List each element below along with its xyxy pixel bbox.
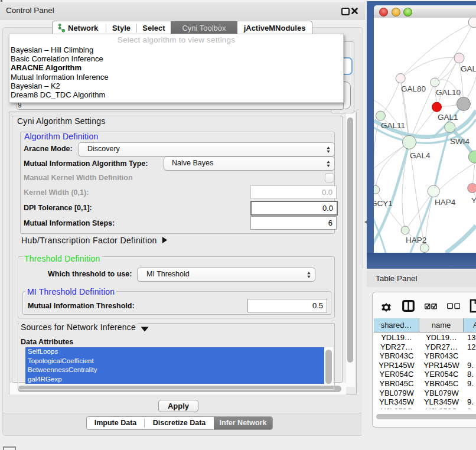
svg-text:Y: Y bbox=[471, 196, 476, 205]
svg-text:HAP4: HAP4 bbox=[435, 198, 456, 207]
svg-text:GAL1: GAL1 bbox=[438, 113, 458, 122]
svg-text:GAL4: GAL4 bbox=[410, 151, 431, 160]
svg-text:GAL10: GAL10 bbox=[436, 88, 461, 97]
svg-text:GAL11: GAL11 bbox=[381, 121, 405, 130]
svg-text:GAL7: GAL7 bbox=[461, 64, 476, 73]
svg-text:GAL80: GAL80 bbox=[401, 84, 426, 93]
svg-text:GCY1: GCY1 bbox=[374, 199, 393, 208]
svg-text:HAP2: HAP2 bbox=[406, 236, 426, 244]
svg-text:SWI4: SWI4 bbox=[450, 137, 470, 146]
